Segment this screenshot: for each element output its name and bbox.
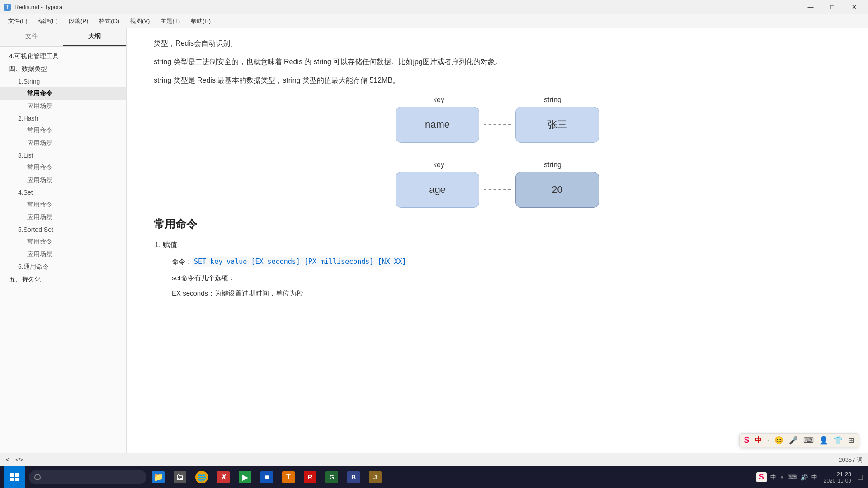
menu-help[interactable]: 帮助(H) <box>186 15 215 27</box>
taskbar-app-file2[interactable]: 🗂 <box>170 467 190 487</box>
menubar: 文件(F) 编辑(E) 段落(P) 格式(O) 视图(V) 主题(T) 帮助(H… <box>0 14 868 28</box>
app5-icon: ▶ <box>239 471 251 483</box>
sidebar-item-set[interactable]: 4.Set <box>0 187 126 198</box>
diagram-boxes-2: age 20 <box>396 172 599 208</box>
close-button[interactable]: ✕ <box>844 0 864 14</box>
bottom-left: < </> <box>5 456 24 464</box>
svg-rect-1 <box>15 473 19 477</box>
sidebar-item-sortedset[interactable]: 5.Sorted Set <box>0 224 126 235</box>
string-label-1: string <box>544 96 561 104</box>
sogou-emoji[interactable]: 😊 <box>774 436 783 445</box>
sogou-mic[interactable]: 🎤 <box>789 436 798 445</box>
taskbar-search[interactable] <box>29 470 146 484</box>
taskbar-app-10[interactable]: B <box>344 467 363 487</box>
menu-theme[interactable]: 主题(T) <box>156 15 184 27</box>
sogou-lang[interactable]: 中 <box>755 436 762 445</box>
sidebar-item-sortedset-commands[interactable]: 常用命令 <box>0 235 126 248</box>
content-area[interactable]: 类型，Redis会自动识别。 string 类型是二进制安全的，也就意味着 Re… <box>127 28 868 453</box>
taskbar-app-file-manager[interactable]: 📁 <box>148 467 168 487</box>
list-item-1-sub: EX seconds：为键设置过期时间，单位为秒 <box>172 287 841 299</box>
tray-icon-2: ⌨ <box>788 474 797 481</box>
sidebar-item-hash[interactable]: 2.Hash <box>0 113 126 124</box>
sidebar-item-list-commands[interactable]: 常用命令 <box>0 161 126 174</box>
start-button[interactable] <box>4 466 25 488</box>
intro-line2: string 类型是二进制安全的，也就意味着 Redis 的 string 可以… <box>154 56 841 69</box>
sogou-shirt[interactable]: 👕 <box>834 436 843 445</box>
tab-file[interactable]: 文件 <box>0 28 63 46</box>
sidebar-item-sortedset-scenarios[interactable]: 应用场景 <box>0 248 126 261</box>
sidebar-item-datatypes[interactable]: 四、数据类型 <box>0 63 126 75</box>
taskbar-app-chrome[interactable]: 🌐 <box>192 467 212 487</box>
taskbar-app-5[interactable]: ▶ <box>235 467 255 487</box>
diagram-header-1: key string <box>433 96 561 104</box>
menu-paragraph[interactable]: 段落(P) <box>64 15 93 27</box>
sidebar-item-string-scenarios[interactable]: 应用场景 <box>0 100 126 113</box>
maximize-button[interactable]: □ <box>822 0 843 14</box>
dashed-line-2 <box>484 189 511 190</box>
taskbar-app-4[interactable]: ✗ <box>213 467 233 487</box>
app9-icon: G <box>326 471 338 483</box>
sidebar-content[interactable]: 4.可视化管理工具 四、数据类型 1.String 常用命令 应用场景 2.Ha… <box>0 47 126 453</box>
menu-view[interactable]: 视图(V) <box>126 15 154 27</box>
diagram-boxes-1: name 张三 <box>396 107 599 143</box>
tray-lang: 中 <box>811 473 817 481</box>
sogou-punct[interactable]: · <box>767 436 769 445</box>
value-box-name: 张三 <box>515 107 599 143</box>
sogou-keyboard[interactable]: ⌨ <box>803 436 814 445</box>
ime-mode[interactable]: 中 <box>770 473 776 481</box>
tray-icon-1: ∧ <box>780 474 784 480</box>
sidebar-item-list[interactable]: 3.List <box>0 150 126 161</box>
sogou-logo[interactable]: S <box>756 472 767 482</box>
taskbar-right: S 中 ∧ ⌨ 🔊 中 21:23 2020-11-09 □ <box>753 471 864 484</box>
tray-icon-3: 🔊 <box>800 474 808 481</box>
tab-outline[interactable]: 大纲 <box>63 28 127 46</box>
menu-edit[interactable]: 编辑(E) <box>34 15 62 27</box>
list-item-1-desc: set命令有几个选项： <box>172 272 841 284</box>
sogou-person[interactable]: 👤 <box>819 436 828 445</box>
taskbar-app-8[interactable]: R <box>300 467 320 487</box>
section-heading: 常用命令 <box>154 217 841 231</box>
taskbar-app-typora[interactable]: T <box>278 467 298 487</box>
sidebar-item-string-commands[interactable]: 常用命令 <box>0 87 126 100</box>
app10-icon: B <box>347 471 360 483</box>
sogou-floating-bar: S 中 · 😊 🎤 ⌨ 👤 👕 ⊞ <box>739 433 859 447</box>
svg-rect-2 <box>10 478 14 481</box>
taskbar-app-11[interactable]: J <box>365 467 385 487</box>
sidebar-item-general-commands[interactable]: 6.通用命令 <box>0 261 126 273</box>
search-icon <box>34 474 41 480</box>
sys-tray: S 中 ∧ ⌨ 🔊 中 <box>753 472 821 482</box>
sidebar-item-list-scenarios[interactable]: 应用场景 <box>0 174 126 187</box>
taskbar: 📁 🗂 🌐 ✗ ▶ ■ T R G B J S 中 ∧ <box>0 466 868 488</box>
titlebar: T Redis.md - Typora — □ ✕ <box>0 0 868 14</box>
key-label-1: key <box>433 96 444 104</box>
sogou-float-logo: S <box>744 436 750 445</box>
menu-file[interactable]: 文件(F) <box>4 15 32 27</box>
sidebar-item-persistence[interactable]: 五、持久化 <box>0 273 126 286</box>
sidebar-item-hash-commands[interactable]: 常用命令 <box>0 124 126 137</box>
app6-icon: ■ <box>260 471 273 483</box>
taskbar-app-6[interactable]: ■ <box>257 467 277 487</box>
date: 2020-11-09 <box>824 478 851 484</box>
titlebar-left: T Redis.md - Typora <box>4 4 62 11</box>
nav-prev-button[interactable]: < <box>5 456 9 464</box>
minimize-button[interactable]: — <box>800 0 821 14</box>
bottom-toolbar: < </> 20357 词 <box>0 453 868 466</box>
diagram-row-age: key string age 20 <box>396 161 599 208</box>
sidebar-item-visualization[interactable]: 4.可视化管理工具 <box>0 50 126 63</box>
diagram-row-name: key string name 张三 <box>396 96 599 143</box>
sidebar-item-string[interactable]: 1.String <box>0 75 126 87</box>
list-item-1-label: 赋值 <box>163 241 177 249</box>
sidebar-item-set-scenarios[interactable]: 应用场景 <box>0 211 126 224</box>
sidebar-item-set-commands[interactable]: 常用命令 <box>0 198 126 211</box>
word-count: 20357 词 <box>839 456 863 464</box>
key-box-name: name <box>396 107 479 143</box>
notification-icon[interactable]: □ <box>858 473 863 482</box>
menu-format[interactable]: 格式(O) <box>94 15 124 27</box>
app-icon: T <box>4 4 11 11</box>
nav-code-button[interactable]: </> <box>15 456 24 463</box>
dashed-line-1 <box>484 124 511 125</box>
sogou-grid[interactable]: ⊞ <box>848 436 854 445</box>
sidebar-item-hash-scenarios[interactable]: 应用场景 <box>0 137 126 150</box>
taskbar-app-9[interactable]: G <box>322 467 342 487</box>
content-list: 赋值 命令：SET key value [EX seconds] [PX mil… <box>163 239 841 299</box>
